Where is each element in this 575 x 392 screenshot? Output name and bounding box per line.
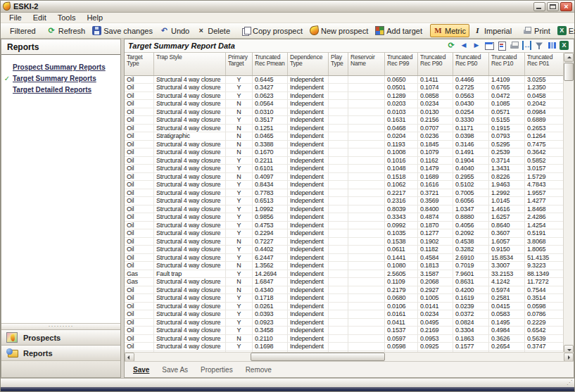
column-header[interactable]: Reservoir Name	[348, 53, 385, 75]
table-cell[interactable]: 0.0103	[385, 108, 418, 117]
table-cell[interactable]: 0.2217	[385, 189, 418, 198]
table-cell[interactable]	[329, 132, 348, 141]
table-cell[interactable]: 0.0571	[489, 108, 525, 117]
table-cell[interactable]: Independent	[288, 254, 329, 263]
filtered-button[interactable]: Filtered	[6, 25, 39, 37]
close-button[interactable]: ×	[560, 2, 572, 11]
table-cell[interactable]: 51.4135	[525, 254, 564, 263]
table-cell[interactable]	[329, 310, 348, 319]
table-cell[interactable]: 11.7272	[525, 278, 564, 286]
maximize-button[interactable]	[547, 2, 559, 11]
table-cell[interactable]: 0.0411	[385, 319, 418, 327]
table-cell[interactable]: Oil	[125, 327, 154, 335]
table-cell[interactable]: 3.8068	[525, 238, 564, 246]
table-cell[interactable]: 0.1904	[453, 157, 489, 165]
table-cell[interactable]	[348, 165, 385, 173]
scroll-up-button[interactable]	[564, 53, 574, 62]
table-cell[interactable]: 0.2955	[453, 173, 489, 182]
table-cell[interactable]: 0.0923	[253, 319, 288, 327]
column-header[interactable]: Trap Style	[154, 53, 226, 75]
table-cell[interactable]: Oil	[125, 181, 154, 189]
table-cell[interactable]: 0.1670	[253, 148, 288, 157]
table-cell[interactable]: 1.4277	[525, 197, 564, 206]
table-cell[interactable]: 0.0501	[385, 84, 418, 92]
table-cell[interactable]: Structural 4 way closure	[154, 197, 226, 206]
table-cell[interactable]: 0.0234	[418, 100, 453, 108]
table-cell[interactable]: Independent	[288, 286, 329, 295]
resize-grip-icon[interactable]: ⋰	[567, 380, 572, 386]
table-cell[interactable]: 0.0953	[418, 335, 453, 343]
table-cell[interactable]: 0.4874	[418, 213, 453, 222]
refresh-button[interactable]: ⟳Refresh	[44, 24, 89, 37]
table-cell[interactable]: 1.6257	[489, 213, 525, 222]
remove-link[interactable]: Remove	[246, 366, 272, 374]
table-cell[interactable]: 0.8400	[418, 206, 453, 214]
save-changes-button[interactable]: Save changes	[89, 24, 156, 37]
table-cell[interactable]: 0.1616	[418, 181, 453, 189]
table-cell[interactable]: 0.0161	[385, 310, 418, 319]
table-cell[interactable]: 0.0458	[525, 92, 564, 101]
column-header[interactable]: Play Type	[329, 53, 348, 75]
table-cell[interactable]: Fault trap	[154, 270, 226, 279]
table-cell[interactable]: 6.2447	[253, 254, 288, 263]
table-cell[interactable]	[329, 262, 348, 270]
table-cell[interactable]: 3.0157	[525, 165, 564, 173]
table-cell[interactable]: Y	[226, 197, 253, 206]
table-cell[interactable]: Independent	[288, 76, 329, 84]
table-cell[interactable]	[329, 206, 348, 214]
table-cell[interactable]: Structural 4 way closure	[154, 213, 226, 222]
nav-button-prospects[interactable]: Prospects	[1, 329, 120, 345]
table-cell[interactable]: Structural 4 way closure	[154, 100, 226, 108]
table-row[interactable]: OilStructural 4 way closureY0.6445Indepe…	[125, 76, 564, 84]
table-cell[interactable]: 2.5605	[385, 270, 418, 279]
menu-edit[interactable]: Edit	[27, 13, 52, 22]
imperial-button[interactable]: IImperial	[469, 24, 515, 37]
table-cell[interactable]: Structural 4 way closure	[154, 125, 226, 133]
menu-help[interactable]: Help	[81, 13, 108, 22]
table-cell[interactable]: Independent	[288, 206, 329, 214]
table-cell[interactable]: Independent	[288, 335, 329, 343]
table-cell[interactable]: 0.1074	[418, 84, 453, 92]
table-cell[interactable]: 0.3343	[385, 213, 418, 222]
table-cell[interactable]	[348, 206, 385, 214]
table-cell[interactable]: Independent	[288, 229, 329, 238]
table-cell[interactable]: Oil	[125, 116, 154, 125]
table-cell[interactable]: 0.5102	[453, 181, 489, 189]
sidebar-link-target-detailed[interactable]: Target Detailed Reports	[13, 86, 91, 94]
record-view-icon[interactable]	[484, 41, 494, 50]
table-cell[interactable]: 0.0254	[453, 108, 489, 117]
table-cell[interactable]	[348, 173, 385, 182]
table-cell[interactable]: 0.1005	[418, 294, 453, 303]
table-cell[interactable]: 0.4584	[418, 254, 453, 263]
table-cell[interactable]	[348, 76, 385, 84]
table-cell[interactable]: 0.1048	[385, 165, 418, 173]
table-cell[interactable]: 0.3282	[453, 246, 489, 254]
table-cell[interactable]	[329, 141, 348, 149]
table-cell[interactable]: Independent	[288, 189, 329, 198]
table-cell[interactable]: N	[226, 100, 253, 108]
table-cell[interactable]: 0.2179	[385, 286, 418, 295]
table-cell[interactable]: Independent	[288, 148, 329, 157]
table-cell[interactable]: 0.1870	[418, 222, 453, 230]
table-cell[interactable]: 0.2927	[418, 286, 453, 295]
table-cell[interactable]: Oil	[125, 84, 154, 92]
table-cell[interactable]	[329, 246, 348, 254]
table-row[interactable]: OilStructural 4 way closureN0.0310Indepe…	[125, 108, 564, 117]
table-cell[interactable]: Structural 4 way closure	[154, 84, 226, 92]
table-cell[interactable]: Independent	[288, 327, 329, 335]
excel-icon[interactable]: X	[560, 41, 569, 50]
table-cell[interactable]: Oil	[125, 165, 154, 173]
table-cell[interactable]: 0.3146	[453, 141, 489, 149]
table-cell[interactable]: 0.0130	[418, 108, 453, 117]
table-cell[interactable]: Structural 4 way closure	[154, 294, 226, 303]
table-cell[interactable]: Independent	[288, 173, 329, 182]
table-cell[interactable]	[348, 181, 385, 189]
table-cell[interactable]: 0.1491	[453, 148, 489, 157]
table-cell[interactable]: Structural 4 way closure	[154, 262, 226, 270]
sidebar-link-target-summary[interactable]: Target Summary Reports	[13, 75, 96, 82]
table-cell[interactable]: 0.0495	[418, 319, 453, 327]
table-cell[interactable]: Y	[226, 310, 253, 319]
table-cell[interactable]	[329, 108, 348, 117]
table-cell[interactable]: N	[226, 335, 253, 343]
table-row[interactable]: OilStructural 4 way closureY0.3517Indepe…	[125, 116, 564, 125]
